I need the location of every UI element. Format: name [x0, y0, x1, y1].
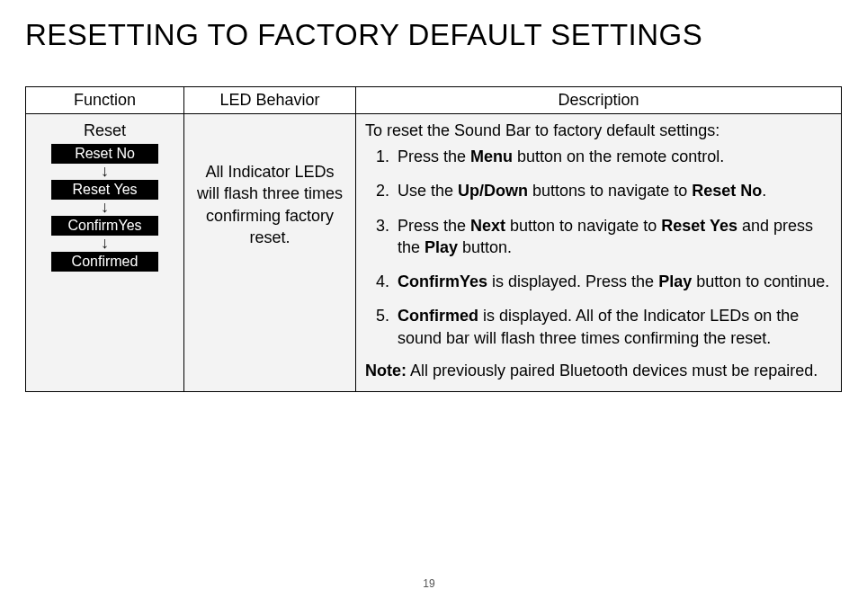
chip-reset-yes: Reset Yes: [51, 180, 158, 200]
arrow-down-icon: ↓: [35, 237, 174, 249]
step-5: Confirmed is displayed. All of the Indic…: [394, 305, 832, 349]
cell-function: Reset Reset No ↓ Reset Yes ↓ ConfirmYes …: [26, 114, 184, 392]
step-1: Press the Menu button on the remote cont…: [394, 146, 832, 167]
chip-confirm-yes: ConfirmYes: [51, 216, 158, 236]
function-title: Reset: [35, 121, 174, 140]
description-intro: To reset the Sound Bar to factory defaul…: [365, 121, 832, 140]
chip-reset-no: Reset No: [51, 144, 158, 164]
cell-description: To reset the Sound Bar to factory defaul…: [356, 114, 842, 392]
page-title: RESETTING TO FACTORY DEFAULT SETTINGS: [25, 18, 842, 52]
note: Note: All previously paired Bluetooth de…: [365, 362, 832, 380]
arrow-down-icon: ↓: [35, 201, 174, 213]
header-function: Function: [26, 87, 184, 114]
chip-confirmed: Confirmed: [51, 252, 158, 272]
page-number: 19: [0, 577, 858, 590]
step-2: Use the Up/Down buttons to navigate to R…: [394, 180, 832, 201]
led-behavior-text: All Indicator LEDs will flash three time…: [193, 120, 346, 248]
cell-led-behavior: All Indicator LEDs will flash three time…: [184, 114, 356, 392]
step-3: Press the Next button to navigate to Res…: [394, 215, 832, 259]
reset-steps-list: Press the Menu button on the remote cont…: [365, 146, 832, 349]
header-description: Description: [356, 87, 842, 114]
header-led: LED Behavior: [184, 87, 356, 114]
settings-table: Function LED Behavior Description Reset …: [25, 86, 842, 392]
arrow-down-icon: ↓: [35, 165, 174, 177]
step-4: ConfirmYes is displayed. Press the Play …: [394, 271, 832, 292]
